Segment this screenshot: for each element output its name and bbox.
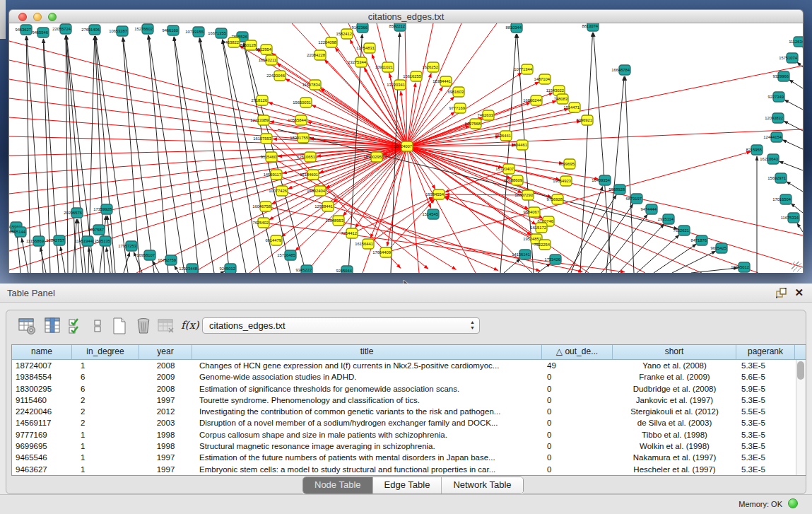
graph-node[interactable]: 9474444 — [640, 204, 657, 214]
table-row[interactable]: 911546021997Tourette syndrome. Phenomeno… — [12, 395, 795, 406]
table-cell[interactable]: 1 — [72, 429, 139, 440]
graph-node[interactable]: 18807293 — [514, 190, 534, 200]
select-all-icon[interactable] — [67, 317, 87, 335]
column-header-3[interactable]: title — [192, 345, 542, 359]
table-row[interactable]: 946362711997Embryonic stem cells: a mode… — [12, 464, 795, 475]
graph-node[interactable]: 12923448 — [179, 264, 198, 273]
table-options-icon[interactable] — [18, 317, 37, 335]
graph-node[interactable]: 15692971 — [767, 173, 787, 183]
table-cell[interactable]: 0 — [542, 464, 613, 475]
table-cell[interactable]: Dudbridge et al. (2008) — [613, 383, 736, 395]
graph-node[interactable]: 22420046 — [266, 71, 286, 81]
tab-network-table[interactable]: Network Table — [442, 477, 522, 493]
memory-ok-icon[interactable] — [788, 498, 798, 508]
graph-node[interactable]: 12213389 — [250, 115, 269, 125]
graph-node[interactable]: 20206576 — [64, 208, 83, 218]
table-cell[interactable]: 1997 — [139, 464, 192, 475]
table-cell[interactable]: 18724007 — [12, 360, 72, 371]
table-row[interactable]: 1830029562008Estimation of significance … — [12, 383, 795, 395]
graph-node[interactable]: 7254412 — [341, 228, 358, 238]
graph-node[interactable]: 5938928 — [608, 185, 625, 194]
graph-node[interactable]: 10565844 — [288, 115, 307, 125]
graph-node[interactable]: 12610651 — [297, 152, 316, 162]
table-cell[interactable]: Jankovic et al. (1997) — [613, 395, 736, 406]
graph-node[interactable]: 19654923 — [553, 176, 572, 186]
table-cell[interactable]: 2003 — [139, 417, 192, 428]
table-cell[interactable]: Structural magnetic resonance image aver… — [192, 440, 542, 452]
graph-node[interactable]: 6981603 — [447, 87, 464, 97]
table-cell[interactable]: 22420046 — [12, 406, 72, 417]
graph-node[interactable]: 11156869 — [26, 236, 45, 246]
column-header-6[interactable]: pagerank — [736, 345, 795, 359]
graph-node[interactable]: 12444154 — [763, 132, 782, 142]
graph-node[interactable]: 10771344 — [514, 64, 533, 74]
network-canvas[interactable]: 9463627946554622055724276914061065328715… — [8, 23, 804, 273]
graph-node[interactable]: 17664409 — [372, 247, 392, 257]
graph-node[interactable]: 8471876 — [690, 235, 707, 245]
table-cell[interactable]: Wolkin et al. (1998) — [613, 440, 736, 452]
table-cell[interactable]: 5.3E-5 — [736, 440, 795, 452]
table-cell[interactable]: 1998 — [139, 429, 192, 440]
table-cell[interactable]: de Silva et al. (2003) — [613, 417, 736, 428]
graph-node[interactable]: 11451944 — [75, 236, 93, 246]
table-cell[interactable]: 5.3E-5 — [736, 452, 795, 463]
graph-node[interactable]: 16671355 — [208, 28, 227, 38]
table-cell[interactable]: 6 — [72, 371, 139, 382]
table-cell[interactable]: 0 — [542, 371, 613, 382]
column-header-5[interactable]: short — [613, 345, 736, 359]
table-cell[interactable]: 1998 — [139, 440, 192, 452]
table-cell[interactable]: Genome-wide association studies in ADHD. — [192, 371, 542, 382]
table-cell[interactable]: 14569117 — [12, 417, 72, 428]
graph-node[interactable]: 1615172 — [530, 223, 547, 233]
graph-node[interactable]: 7463822 — [223, 37, 240, 47]
table-cell[interactable]: 1997 — [139, 395, 192, 406]
table-cell[interactable]: 2 — [72, 406, 139, 417]
table-cell[interactable]: 5.3E-5 — [736, 417, 795, 428]
graph-node[interactable]: 9329966 — [772, 71, 789, 81]
network-window[interactable]: citations_edges.txt 94636279465546220557… — [8, 9, 804, 273]
graph-node[interactable]: 17016504 — [772, 194, 792, 204]
graph-node[interactable]: 9777169 — [449, 103, 466, 113]
table-cell[interactable]: Changes of HCN gene expression and I(f) … — [192, 360, 542, 371]
table-cell[interactable]: 5.9E-5 — [736, 383, 795, 395]
table-cell[interactable]: 9777169 — [12, 429, 72, 440]
table-cell[interactable]: 1 — [72, 464, 139, 475]
graph-node[interactable]: 9605425 — [710, 243, 727, 253]
graph-node[interactable]: 16543211 — [259, 55, 277, 65]
table-cell[interactable]: Corpus callosum shape and size in male p… — [192, 429, 542, 440]
graph-node[interactable]: 5912954 — [255, 45, 272, 54]
table-cell[interactable]: Disruption of a novel member of a sodium… — [192, 417, 542, 428]
graph-node[interactable]: 15276602 — [134, 24, 153, 34]
table-cell[interactable]: 2008 — [139, 360, 192, 371]
scrollbar-thumb[interactable] — [797, 361, 804, 380]
graph-node[interactable]: 16648784 — [611, 65, 630, 75]
table-row[interactable]: 969969511998Structural magnetic resonanc… — [12, 440, 795, 452]
table-cell[interactable]: 0 — [542, 417, 613, 428]
graph-node[interactable]: 9463627 — [15, 25, 32, 35]
graph-node[interactable]: 16156441 — [355, 239, 374, 249]
graph-node[interactable]: 9699695 — [558, 159, 575, 169]
graph-node[interactable]: 22055724 — [52, 24, 71, 34]
graph-node[interactable]: 23275344 — [348, 57, 367, 67]
graph-node[interactable]: 12754831 — [356, 43, 375, 53]
table-cell[interactable]: Franke et al. (2009) — [613, 371, 736, 382]
table-cell[interactable]: Tourette syndrome. Phenomenology and cla… — [192, 395, 542, 406]
table-row[interactable]: 2242004622012Investigating the contribut… — [12, 406, 795, 417]
table-cell[interactable]: 9699695 — [12, 440, 72, 452]
table-cell[interactable]: 0 — [542, 440, 613, 452]
graph-node[interactable]: 9756928 — [546, 194, 563, 204]
graph-node[interactable]: 10077426 — [269, 186, 288, 196]
float-panel-icon[interactable] — [776, 288, 787, 298]
column-header-2[interactable]: year — [139, 345, 192, 359]
graph-node[interactable]: 13220341 — [387, 80, 406, 90]
graph-node[interactable]: 18301755 — [290, 133, 309, 143]
table-cell[interactable]: Estimation of significance thresholds fo… — [192, 383, 542, 395]
graph-node[interactable]: 15751074 — [779, 53, 798, 63]
graph-node[interactable]: 12204098 — [318, 37, 337, 47]
table-cell[interactable]: 18300295 — [12, 383, 72, 395]
network-graph[interactable]: 9463627946554622055724276914061065328715… — [9, 23, 804, 273]
graph-node[interactable]: 19384554 — [425, 189, 445, 199]
table-cell[interactable]: 1 — [72, 440, 139, 452]
graph-node[interactable]: 9142366 — [351, 23, 368, 33]
graph-node[interactable]: 15384441 — [433, 76, 452, 86]
